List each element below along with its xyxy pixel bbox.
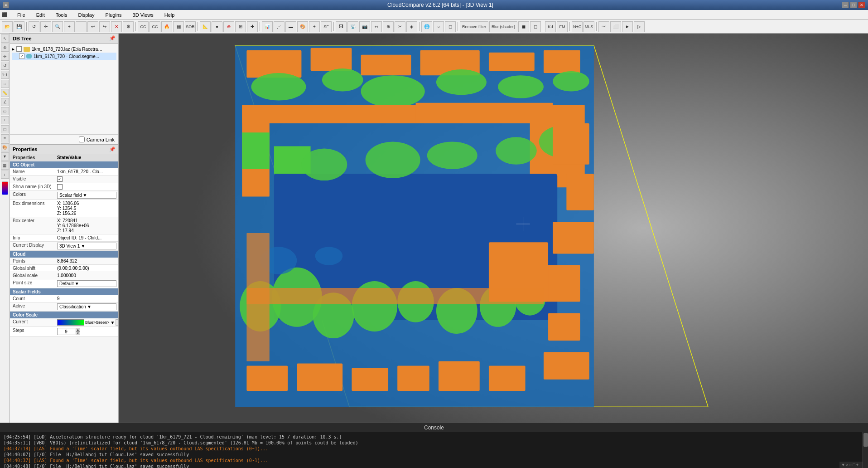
console-tool-4[interactable]: □ <box>853 463 855 467</box>
tb-cc2[interactable]: CC <box>149 21 160 32</box>
console-tool-3[interactable]: ○ <box>849 463 852 467</box>
tb-cube[interactable]: ◻ <box>445 21 456 32</box>
tb-flame[interactable]: 🔥 <box>161 21 172 32</box>
console-tool-5[interactable]: + <box>856 463 858 467</box>
tree-item-cloud[interactable]: ✓ 1km_6178_720 - Cloud.segme... <box>12 53 116 60</box>
tb-scatter[interactable]: ⋰ <box>274 21 285 32</box>
tb-cc[interactable]: CC <box>138 21 149 32</box>
tb-section[interactable]: ✂ <box>395 21 405 32</box>
si-palette[interactable]: 🎨 <box>1 143 9 151</box>
showname-checkbox[interactable] <box>57 184 63 190</box>
tb-chart[interactable]: 📊 <box>262 21 273 32</box>
tb-extra5[interactable]: ▷ <box>634 21 645 32</box>
curdisplay-dropdown[interactable]: 3D View 1 ▼ <box>57 243 116 249</box>
tb-merge[interactable]: ⊕ <box>383 21 394 32</box>
tb-sf[interactable]: SF <box>321 21 332 32</box>
tb-pick[interactable]: ✚ <box>247 21 258 32</box>
pointsize-dropdown[interactable]: Default ▼ <box>57 280 116 287</box>
tb-labels[interactable]: + <box>309 21 320 32</box>
si-area[interactable]: ▭ <box>1 107 9 115</box>
close-button[interactable]: ✕ <box>858 2 865 8</box>
tb-align[interactable]: ⇔ <box>371 21 382 32</box>
menu-edit[interactable]: Edit <box>34 11 48 19</box>
tb-rotate[interactable]: ↺ <box>29 21 39 32</box>
console-content[interactable]: [04:25:54] [LoD] Acceleration structure … <box>0 432 868 468</box>
prop-cssteps-val[interactable]: 9 ▲ ▼ <box>55 327 118 336</box>
menu-help[interactable]: Help <box>162 11 178 19</box>
tb-profile[interactable]: ⊞ <box>235 21 246 32</box>
si-layers[interactable]: ≡ <box>1 134 9 142</box>
si-measure[interactable]: ↔ <box>1 80 9 88</box>
db-tree-pin[interactable]: 📌 <box>109 35 116 41</box>
console-tool-2[interactable]: × <box>846 463 849 467</box>
tb-zoom-in[interactable]: + <box>64 21 75 32</box>
tb-sphere[interactable]: ○ <box>433 21 444 32</box>
camera-link-checkbox[interactable] <box>79 136 85 142</box>
menu-tools[interactable]: Tools <box>53 11 70 19</box>
tb-segment[interactable]: ⊕ <box>223 21 234 32</box>
menu-icon[interactable]: ≡ <box>3 2 9 8</box>
menu-3dviews[interactable]: 3D Views <box>130 11 156 19</box>
si-rotate[interactable]: ↺ <box>1 62 9 70</box>
si-point[interactable]: + <box>1 116 9 124</box>
prop-showname-val[interactable] <box>55 183 118 190</box>
spin-down[interactable]: ▼ <box>76 332 80 335</box>
si-grid[interactable]: ▦ <box>1 161 9 170</box>
tb-fm[interactable]: FM <box>557 21 568 32</box>
tree-item-file[interactable]: ▶ 1km_6178_720.laz (E:/a Racetrack ... <box>12 45 116 53</box>
minimize-button[interactable]: ─ <box>842 2 849 8</box>
tb-zoom-out[interactable]: - <box>76 21 87 32</box>
tb-grid[interactable]: ▦ <box>173 21 184 32</box>
colorscale-edit-btn[interactable]: ⚙ <box>116 319 118 326</box>
restore-button[interactable]: □ <box>850 2 857 8</box>
tb-extra4[interactable]: ► <box>622 21 633 32</box>
tb-globe[interactable]: 🌐 <box>421 21 432 32</box>
view-area[interactable] <box>119 34 868 423</box>
console-scrollbar[interactable] <box>863 432 868 468</box>
console-tool-1[interactable]: ▼ <box>841 463 845 467</box>
si-pan[interactable]: ✛ <box>1 53 9 61</box>
tree-check-cloud[interactable]: ✓ <box>19 54 24 59</box>
si-select[interactable]: ◻ <box>1 125 9 133</box>
tree-check-file[interactable] <box>16 46 22 52</box>
console-tool-6[interactable]: - <box>859 463 861 467</box>
tb-nc[interactable]: N+C <box>572 21 583 32</box>
tb-save[interactable]: 💾 <box>14 21 24 32</box>
si-filter[interactable]: ▼ <box>1 152 9 161</box>
prop-sfactive-val[interactable]: Classification ▼ <box>55 302 118 311</box>
menu-file[interactable]: File <box>14 11 28 19</box>
colors-dropdown[interactable]: Scalar field ▼ <box>57 192 116 199</box>
tb-kd[interactable]: Kd <box>545 21 556 32</box>
tb-undo[interactable]: ↩ <box>87 21 98 32</box>
spin-up[interactable]: ▲ <box>76 328 80 332</box>
tb-sensor[interactable]: 📡 <box>347 21 358 32</box>
tb-redo[interactable]: ↪ <box>99 21 110 32</box>
si-ruler[interactable]: 📏 <box>1 89 9 97</box>
tb-film[interactable]: 🎞 <box>336 21 347 32</box>
sfactive-dropdown[interactable]: Classification ▼ <box>57 303 116 310</box>
tb-clipping[interactable]: ◈ <box>406 21 417 32</box>
blur-shader-btn[interactable]: Blur (shader) <box>489 21 517 32</box>
tb-colormap[interactable]: 🎨 <box>297 21 308 32</box>
pointcloud-view[interactable] <box>119 34 868 423</box>
prop-pointsize-val[interactable]: Default ▼ <box>55 279 118 288</box>
si-color[interactable] <box>2 181 8 195</box>
tb-extra2[interactable]: ◻ <box>530 21 541 32</box>
tb-camera[interactable]: 📷 <box>359 21 370 32</box>
si-info[interactable]: i <box>1 171 9 179</box>
si-zoom[interactable]: ⊕ <box>1 44 9 52</box>
prop-cscurrent-val[interactable]: Blue>Green> ▼ ⚙ <box>55 318 118 327</box>
tb-mls[interactable]: MLS <box>583 21 594 32</box>
si-cursor[interactable]: ↖ <box>1 34 9 43</box>
prop-visible-val[interactable]: ✓ <box>55 176 118 183</box>
tb-histogram[interactable]: ▬ <box>285 21 296 32</box>
remove-filter-btn[interactable]: Remove filter <box>460 21 488 32</box>
visible-checkbox[interactable]: ✓ <box>57 176 63 182</box>
tb-wave[interactable]: 〰 <box>598 21 609 32</box>
tb-translate[interactable]: ✛ <box>40 21 51 32</box>
tb-delete[interactable]: ✕ <box>111 21 122 32</box>
steps-input[interactable]: 9 <box>57 328 75 335</box>
properties-pin[interactable]: 📌 <box>109 146 116 152</box>
tb-zoom[interactable]: 🔍 <box>52 21 63 32</box>
tb-settings[interactable]: ⚙ <box>123 21 134 32</box>
